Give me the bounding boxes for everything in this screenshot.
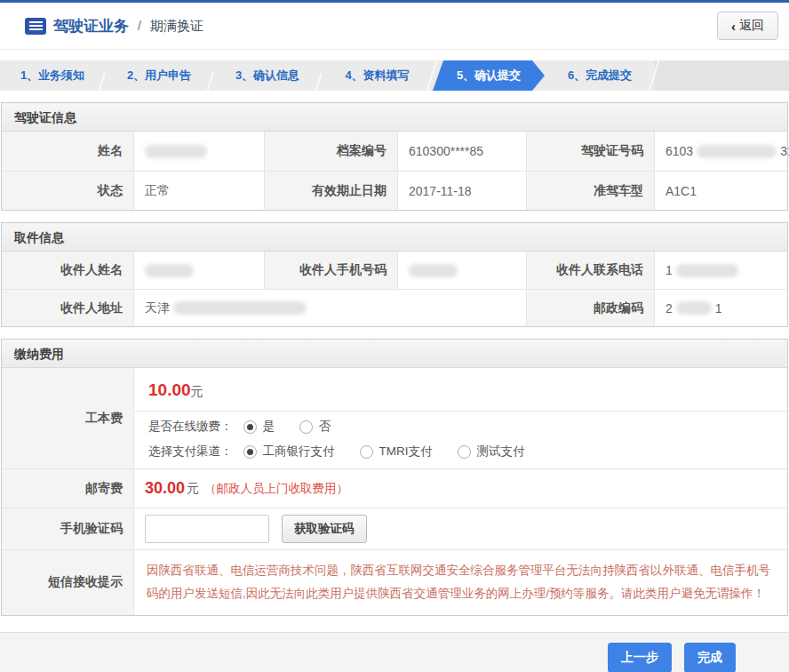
redacted-recipient-address bbox=[173, 301, 307, 315]
postal-code-value: 2 1 bbox=[655, 289, 787, 326]
tab-step-4[interactable]: 4、资料填写 bbox=[322, 60, 433, 91]
page: 驾驶证业务 / 期满换证 ‹ 返回 1、业务须知 2、用户申告 3、确认信息 4… bbox=[0, 0, 789, 672]
production-fee-content: 10.00元 是否在线缴费： 是 否 选择支付渠道： 工商银行支付 TMRI支付… bbox=[134, 368, 787, 468]
page-subtitle: 期满换证 bbox=[150, 18, 203, 35]
breadcrumb: 驾驶证业务 / 期满换证 bbox=[25, 16, 203, 36]
fees-section-title: 缴纳费用 bbox=[2, 340, 787, 368]
radio-online-no-label: 否 bbox=[319, 419, 331, 435]
recipient-address-value: 天津 bbox=[134, 289, 527, 326]
status-label: 状态 bbox=[2, 171, 134, 210]
license-row-1: 姓名 档案编号 610300****85 驾驶证号码 6103 3163X bbox=[2, 132, 787, 171]
redacted-recipient-phone bbox=[676, 264, 738, 277]
radio-icon bbox=[243, 445, 257, 459]
postal-code-label: 邮政编码 bbox=[527, 289, 655, 326]
chevron-left-icon: ‹ bbox=[731, 20, 736, 33]
license-section-title: 驾驶证信息 bbox=[2, 103, 787, 132]
online-payment-options: 是 否 bbox=[243, 419, 331, 435]
redacted-recipient-mobile bbox=[409, 264, 458, 277]
redacted-license-no bbox=[697, 145, 777, 158]
recipient-address-prefix: 天津 bbox=[145, 300, 170, 316]
postage-fee-note: （邮政人员上门收取费用） bbox=[204, 481, 348, 497]
vehicle-class-value: A1C1 bbox=[655, 171, 787, 210]
license-row-2: 状态 正常 有效期止日期 2017-11-18 准驾车型 A1C1 bbox=[2, 171, 787, 210]
pickup-row-1: 收件人姓名 收件人手机号码 收件人联系电话 1 bbox=[2, 252, 787, 289]
radio-icon bbox=[360, 445, 373, 459]
recipient-phone-prefix: 1 bbox=[665, 263, 673, 277]
payment-channel-label: 选择支付渠道： bbox=[148, 444, 233, 460]
license-no-value: 6103 3163X bbox=[655, 132, 789, 171]
redacted-recipient-name bbox=[145, 264, 194, 277]
license-info-panel: 驾驶证信息 姓名 档案编号 610300****85 驾驶证号码 6103 31… bbox=[1, 102, 788, 211]
recipient-phone-value: 1 bbox=[655, 252, 787, 289]
postal-suffix: 1 bbox=[715, 301, 722, 316]
status-value: 正常 bbox=[134, 171, 265, 210]
radio-channel-test[interactable]: 测试支付 bbox=[458, 444, 525, 460]
postage-fee-label: 邮寄费 bbox=[2, 468, 134, 508]
name-label: 姓名 bbox=[2, 132, 134, 171]
radio-channel-tmri[interactable]: TMRI支付 bbox=[360, 444, 433, 460]
vehicle-class-label: 准驾车型 bbox=[527, 171, 655, 210]
sms-code-input[interactable] bbox=[145, 515, 269, 543]
production-fee-label: 工本费 bbox=[2, 368, 134, 468]
postage-fee-unit: 元 bbox=[187, 481, 199, 497]
sms-code-row: 手机验证码 获取验证码 bbox=[2, 508, 787, 549]
tab-step-2[interactable]: 2、用户申告 bbox=[105, 60, 213, 91]
recipient-mobile-label: 收件人手机号码 bbox=[265, 252, 398, 289]
form-list-icon bbox=[25, 18, 46, 35]
production-fee-amount-line: 10.00元 bbox=[134, 368, 787, 412]
postage-fee-value: 30.00元 （邮政人员上门收取费用） bbox=[134, 468, 787, 508]
postage-fee-row: 邮寄费 30.00元 （邮政人员上门收取费用） bbox=[2, 468, 787, 508]
file-no-label: 档案编号 bbox=[265, 132, 398, 171]
radio-online-yes[interactable]: 是 bbox=[243, 419, 275, 435]
recipient-name-value bbox=[134, 252, 265, 289]
recipient-mobile-value bbox=[398, 252, 527, 289]
tab-step-3[interactable]: 3、确认信息 bbox=[213, 60, 322, 91]
recipient-address-label: 收件人地址 bbox=[2, 289, 134, 326]
production-fee-unit: 元 bbox=[191, 384, 203, 398]
valid-until-label: 有效期止日期 bbox=[265, 171, 398, 210]
tab-step-6[interactable]: 6、完成提交 bbox=[545, 60, 655, 91]
radio-channel-test-label: 测试支付 bbox=[477, 444, 525, 460]
get-sms-code-button[interactable]: 获取验证码 bbox=[282, 515, 367, 543]
previous-step-button[interactable]: 上一步 bbox=[608, 643, 672, 672]
license-no-prefix: 6103 bbox=[665, 144, 693, 158]
sms-notice-row: 短信接收提示 因陕西省联通、电信运营商技术问题，陕西省互联网交通安全综合服务管理… bbox=[2, 549, 787, 615]
valid-until-value: 2017-11-18 bbox=[398, 171, 527, 210]
production-fee-row: 工本费 10.00元 是否在线缴费： 是 否 选择支付渠道： 工商银行支付 bbox=[2, 368, 787, 468]
radio-icon bbox=[243, 420, 257, 434]
radio-channel-tmri-label: TMRI支付 bbox=[379, 444, 433, 460]
radio-channel-icbc-label: 工商银行支付 bbox=[263, 444, 335, 460]
tab-step-5-active[interactable]: 5、确认提交 bbox=[433, 60, 545, 91]
radio-icon bbox=[458, 445, 471, 459]
footer-action-bar: 上一步 完成 bbox=[0, 632, 789, 672]
fees-panel: 缴纳费用 工本费 10.00元 是否在线缴费： 是 否 选择支付渠道： 工 bbox=[1, 339, 788, 616]
postal-prefix: 2 bbox=[665, 301, 673, 316]
tab-bar-tail bbox=[655, 60, 789, 91]
file-no-value: 610300****85 bbox=[398, 132, 527, 171]
recipient-phone-label: 收件人联系电话 bbox=[527, 252, 655, 289]
sms-notice-text: 因陕西省联通、电信运营商技术问题，陕西省互联网交通安全综合服务管理平台无法向持陕… bbox=[147, 559, 775, 606]
radio-channel-icbc[interactable]: 工商银行支付 bbox=[243, 444, 335, 460]
production-fee-amount: 10.00 bbox=[148, 380, 191, 399]
license-no-label: 驾驶证号码 bbox=[527, 132, 655, 171]
tab-step-1[interactable]: 1、业务须知 bbox=[0, 60, 105, 91]
finish-button[interactable]: 完成 bbox=[684, 643, 736, 672]
name-value bbox=[134, 132, 265, 171]
sms-code-controls: 获取验证码 bbox=[134, 508, 787, 549]
online-payment-row: 是否在线缴费： 是 否 bbox=[134, 412, 787, 436]
sms-code-label: 手机验证码 bbox=[2, 508, 134, 549]
sms-notice-content: 因陕西省联通、电信运营商技术问题，陕西省互联网交通安全综合服务管理平台无法向持陕… bbox=[134, 549, 787, 615]
recipient-name-label: 收件人姓名 bbox=[2, 252, 134, 289]
license-no-suffix: 3163X bbox=[780, 144, 789, 158]
pickup-section-title: 取件信息 bbox=[2, 223, 787, 252]
redacted-postal-code bbox=[676, 301, 712, 315]
page-title: 驾驶证业务 bbox=[53, 16, 129, 36]
back-button-label: 返回 bbox=[739, 18, 764, 34]
payment-channel-row: 选择支付渠道： 工商银行支付 TMRI支付 测试支付 bbox=[134, 436, 787, 468]
radio-online-no[interactable]: 否 bbox=[299, 419, 331, 435]
pickup-row-2: 收件人地址 天津 邮政编码 2 1 bbox=[2, 289, 787, 326]
breadcrumb-separator: / bbox=[138, 19, 141, 33]
sms-notice-label: 短信接收提示 bbox=[2, 549, 134, 615]
back-button[interactable]: ‹ 返回 bbox=[717, 12, 778, 40]
radio-icon bbox=[299, 420, 313, 434]
